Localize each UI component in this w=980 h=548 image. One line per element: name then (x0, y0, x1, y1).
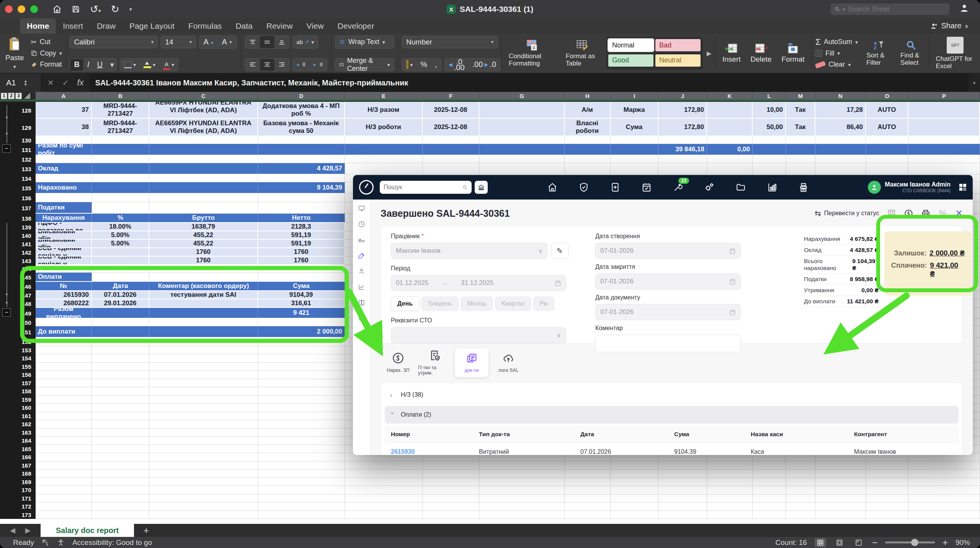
cell-D166[interactable] (258, 453, 345, 461)
cell-J129[interactable]: 172,80 (658, 119, 707, 136)
cell-K129[interactable] (707, 119, 753, 136)
cell-A155[interactable] (36, 363, 92, 371)
cell-C139[interactable]: 1638,79 (149, 223, 258, 231)
nav-new-order-icon[interactable] (610, 182, 620, 192)
cell-M133[interactable] (786, 163, 815, 175)
cell-O133[interactable] (866, 163, 908, 175)
cell-F133[interactable] (423, 163, 479, 175)
cell-L131[interactable] (753, 144, 786, 155)
style-neutral[interactable]: Neutral (655, 54, 701, 67)
cell-B167[interactable] (92, 461, 149, 470)
cell-I133[interactable] (611, 163, 658, 175)
cell-K131[interactable]: 0,00 (707, 144, 753, 155)
period-tab-Квартал[interactable]: Квартал (495, 296, 531, 311)
close-button[interactable]: ✕ (955, 208, 963, 219)
row-header-149[interactable]: 149 (17, 308, 36, 319)
cell-C146[interactable]: Коментар (касового ордеру) (149, 282, 258, 291)
cell-D133[interactable]: 4 428,57 (258, 163, 345, 175)
cell-I173[interactable] (611, 511, 658, 519)
cell-C142[interactable]: 1760 (149, 248, 258, 257)
font-color-button[interactable]: A▾ (159, 59, 178, 71)
cell-C138[interactable]: Брутто (149, 214, 258, 223)
cell-K170[interactable] (707, 486, 753, 494)
cell-N173[interactable] (815, 511, 866, 519)
sheet-tab[interactable]: Salary doc report (41, 524, 134, 537)
cell-B134[interactable] (92, 175, 149, 182)
find-select-button[interactable]: Find & Select (897, 40, 925, 66)
font-name-select[interactable]: Calibri▾ (70, 36, 158, 48)
row-header-160[interactable]: 160 (17, 404, 36, 412)
cell-M131[interactable] (786, 144, 815, 155)
cell-H173[interactable] (565, 511, 611, 519)
tab-data[interactable]: Data (229, 18, 259, 34)
cell-B165[interactable] (92, 445, 149, 453)
cell-A128[interactable]: 37 (36, 102, 92, 119)
row-header-137[interactable]: 137 (17, 202, 36, 214)
cell-J171[interactable] (658, 494, 707, 503)
cell-B146[interactable]: Дата (92, 282, 149, 291)
cell-B158[interactable] (92, 387, 149, 396)
cell-D145[interactable] (258, 273, 345, 282)
row-header-150[interactable]: 150 (17, 319, 36, 326)
cell-A135[interactable]: Нараховано (36, 182, 92, 194)
cell-I129[interactable]: Сума (611, 119, 658, 136)
row-header-164[interactable]: 164 (17, 437, 36, 445)
cell-C144[interactable] (149, 265, 258, 273)
cell-C173[interactable] (149, 511, 258, 519)
cell-C133[interactable] (149, 163, 258, 175)
cell-M172[interactable] (786, 502, 815, 511)
cell-C169[interactable] (149, 478, 258, 486)
cell-G133[interactable] (479, 163, 565, 175)
chatgpt-addin-button[interactable]: GPT ChatGPT for Excel (933, 37, 978, 70)
cell-K132[interactable] (707, 155, 753, 163)
cell-N133[interactable] (815, 163, 866, 175)
created-date-input[interactable]: 07-01-2026 (595, 243, 741, 259)
row-header-141[interactable]: 141 (17, 240, 36, 248)
cell-D134[interactable] (258, 175, 345, 182)
orientation-button[interactable]: ab▾ (293, 36, 318, 48)
app-search-box[interactable] (380, 181, 472, 194)
sto-select[interactable]: ∨ (391, 327, 566, 343)
cell-N131[interactable] (815, 144, 866, 155)
cell-B172[interactable] (92, 502, 149, 511)
cell-D136[interactable] (258, 194, 345, 202)
cell-P133[interactable] (908, 163, 980, 175)
cell-A141[interactable]: Військовий збір (36, 240, 92, 248)
cell-C172[interactable] (149, 502, 258, 511)
cell-B135[interactable] (92, 182, 149, 194)
sidebar-chart-icon[interactable] (358, 283, 365, 291)
cell-I170[interactable] (611, 486, 658, 494)
search-sheet-input[interactable] (848, 5, 946, 13)
cell-A148[interactable]: 2680222 (36, 299, 92, 308)
cell-P129[interactable] (908, 119, 980, 136)
cell-E133[interactable] (345, 163, 423, 175)
cell-A145[interactable]: Оплати (36, 273, 92, 282)
style-normal[interactable]: Normal (608, 39, 653, 51)
row-header-163[interactable]: 163 (17, 429, 36, 437)
font-size-select[interactable]: 14▾ (161, 36, 196, 48)
nav-tasks-icon[interactable] (579, 182, 589, 192)
insert-function-icon[interactable]: fx (77, 78, 84, 88)
cell-I130[interactable] (611, 136, 658, 144)
tab-page-layout[interactable]: Page Layout (122, 18, 181, 34)
increase-indent-button[interactable]: ▸ (310, 59, 327, 71)
italic-button[interactable]: I (83, 59, 93, 71)
cell-O170[interactable] (866, 486, 908, 494)
cell-H172[interactable] (565, 502, 611, 511)
column-header-O[interactable]: O (866, 92, 908, 100)
cell-A172[interactable] (36, 502, 92, 511)
style-good[interactable]: Good (608, 54, 653, 67)
cell-C149[interactable] (149, 308, 258, 319)
cell-B154[interactable] (92, 354, 149, 363)
cell-C151[interactable] (149, 326, 258, 338)
row-header-170[interactable]: 170 (17, 486, 36, 494)
row-header-145[interactable]: 145 (17, 273, 36, 282)
column-header-A[interactable]: A (36, 92, 92, 100)
cell-B160[interactable] (92, 404, 149, 412)
cell-A151[interactable]: До виплати (36, 326, 92, 338)
cell-G129[interactable] (479, 119, 565, 136)
cell-P171[interactable] (908, 494, 980, 503)
cell-L167[interactable] (753, 461, 786, 470)
cell-B173[interactable] (92, 511, 149, 519)
cell-E128[interactable]: Н/З разом (345, 102, 423, 119)
